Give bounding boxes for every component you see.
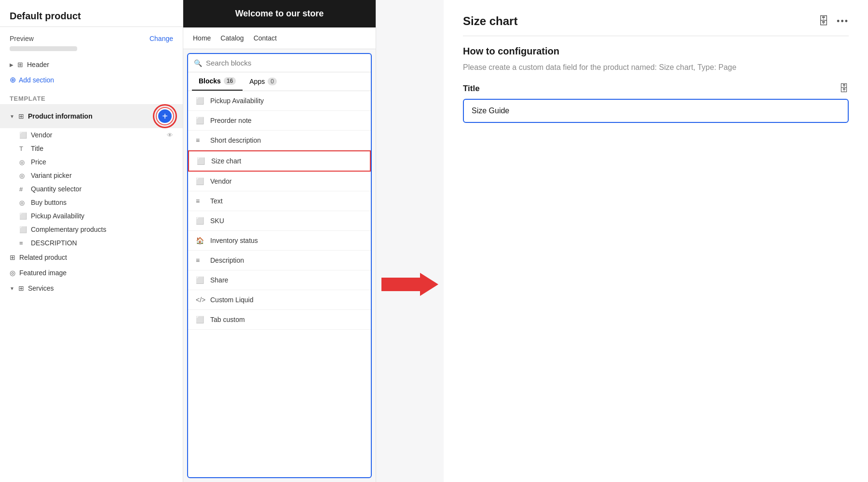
services-icon: ⊞ [18,284,24,292]
tab-blocks[interactable]: Blocks 16 [192,72,243,91]
add-block-button[interactable]: + [157,108,173,124]
right-panel-header: Size chart 🗄 ••• [463,14,849,36]
change-button[interactable]: Change [149,35,173,42]
list-item-preorder-note[interactable]: ⬜ Preorder note [188,111,371,131]
title-input[interactable] [463,99,849,123]
list-item-sku[interactable]: ⬜ SKU [188,211,371,231]
right-arrow [381,273,438,296]
buy-icon: ◎ [19,199,27,206]
short-desc-icon: ≡ [196,136,204,144]
field-section: Title 🗄 [463,83,849,123]
header-section-row[interactable]: ▶ ⊞ Header [0,57,183,72]
add-block-container: + [157,108,173,124]
search-input-row: 🔍 [188,54,371,72]
plus-circle-icon: ⊕ [10,75,16,84]
red-circle-highlight [153,104,177,128]
size-chart-icon: ⬜ [197,157,205,165]
preview-label: Preview [10,35,34,42]
block-buy-buttons[interactable]: ◎ Buy buttons [0,196,183,209]
right-panel: Size chart 🗄 ••• How to configuration Pl… [444,0,868,482]
related-icon: ⊞ [10,254,15,261]
product-info-row[interactable]: ▼ ⊞ Product information + [0,104,183,128]
preview-placeholder [10,46,77,51]
list-item-short-desc[interactable]: ≡ Short description [188,131,371,150]
list-item-inventory[interactable]: 🏠 Inventory status [188,231,371,251]
block-price[interactable]: ◎ Price [0,155,183,169]
list-item-pickup-availability[interactable]: ⬜ Pickup Availability [188,91,371,111]
services-chevron-icon: ▼ [10,286,14,291]
block-quantity-selector[interactable]: # Quantity selector [0,182,183,196]
grid2-icon: ⊞ [18,112,24,120]
more-options-icon[interactable]: ••• [837,16,849,27]
product-info-label: Product information [28,112,151,120]
sidebar-divider [0,27,183,27]
right-panel-title: Size chart [463,14,517,28]
chevron-down-icon: ▼ [10,114,14,119]
grid-icon: ⊞ [17,61,23,68]
nav-contact[interactable]: Contact [254,34,277,42]
share-icon: ⬜ [196,276,204,284]
text-icon: T [19,145,27,152]
apps-count-badge: 0 [268,78,277,85]
list-item-text[interactable]: ≡ Text [188,191,371,211]
nav-catalog[interactable]: Catalog [220,34,244,42]
search-input[interactable] [206,59,365,67]
middle-panel: Welcome to our store Home Catalog Contac… [183,0,376,482]
nav-home[interactable]: Home [193,34,211,42]
hash-icon: # [19,186,27,193]
complementary-icon: ⬜ [19,226,27,233]
block-description[interactable]: ≡ DESCRIPTION [0,236,183,250]
preorder-icon: ⬜ [196,117,204,124]
tab-custom-icon: ⬜ [196,316,204,323]
list-item-size-chart[interactable]: ⬜ Size chart [188,150,371,172]
search-icon: 🔍 [194,59,202,67]
price-icon: ◎ [19,159,27,166]
list-item-share[interactable]: ⬜ Share [188,270,371,290]
add-section-label: Add section [19,76,54,84]
pickup-icon: ⬜ [19,213,27,220]
text2-icon: ≡ [196,197,204,205]
block-complementary[interactable]: ⬜ Complementary products [0,223,183,236]
sidebar-title: Default product [0,0,183,27]
vendor2-icon: ⬜ [196,177,204,185]
list-item-vendor[interactable]: ⬜ Vendor [188,172,371,191]
block-pickup[interactable]: ⬜ Pickup Availability [0,209,183,223]
field-database-icon: 🗄 [839,83,849,94]
sku-icon: ⬜ [196,217,204,225]
blocks-tabs: Blocks 16 Apps 0 [188,72,371,91]
arrow-area [376,0,444,482]
add-section-row[interactable]: ⊕ Add section [0,72,183,91]
arrow-head [420,273,438,296]
chevron-right-icon: ▶ [10,62,14,67]
template-header: Template [0,91,183,104]
services-section[interactable]: ▼ ⊞ Services [0,281,183,296]
arrow-body [381,278,420,291]
left-sidebar: Default product Preview Change ▶ ⊞ Heade… [0,0,183,482]
list-item-tab-custom[interactable]: ⬜ Tab custom [188,310,371,330]
related-product-section[interactable]: ⊞ Related product [0,250,183,265]
inventory-icon: 🏠 [196,237,204,244]
description-icon: ≡ [19,240,27,247]
block-vendor[interactable]: ⬜ Vendor 👁 [0,128,183,142]
list-item-description[interactable]: ≡ Description [188,251,371,270]
store-header: Welcome to our store [183,0,376,27]
header-section-label: Header [27,61,49,68]
featured-image-section[interactable]: ◎ Featured image [0,265,183,281]
store-nav: Home Catalog Contact [183,27,376,49]
right-panel-actions: 🗄 ••• [818,15,849,27]
featured-icon: ◎ [10,269,15,277]
block-title[interactable]: T Title [0,142,183,155]
blocks-count-badge: 16 [224,77,236,85]
list-item-custom-liquid[interactable]: </> Custom Liquid [188,290,371,310]
blocks-list: ⬜ Pickup Availability ⬜ Preorder note ≡ … [188,91,371,477]
liquid-icon: </> [196,296,204,304]
block-variant-picker[interactable]: ◎ Variant picker [0,169,183,182]
config-title: How to configuration [463,46,849,57]
pickup-avail-icon: ⬜ [196,97,204,105]
database-icon[interactable]: 🗄 [818,15,829,27]
desc2-icon: ≡ [196,256,204,264]
tab-apps[interactable]: Apps 0 [243,72,284,91]
config-section: How to configuration Please create a cus… [463,46,849,73]
field-label: Title [463,84,480,94]
field-header: Title 🗄 [463,83,849,94]
